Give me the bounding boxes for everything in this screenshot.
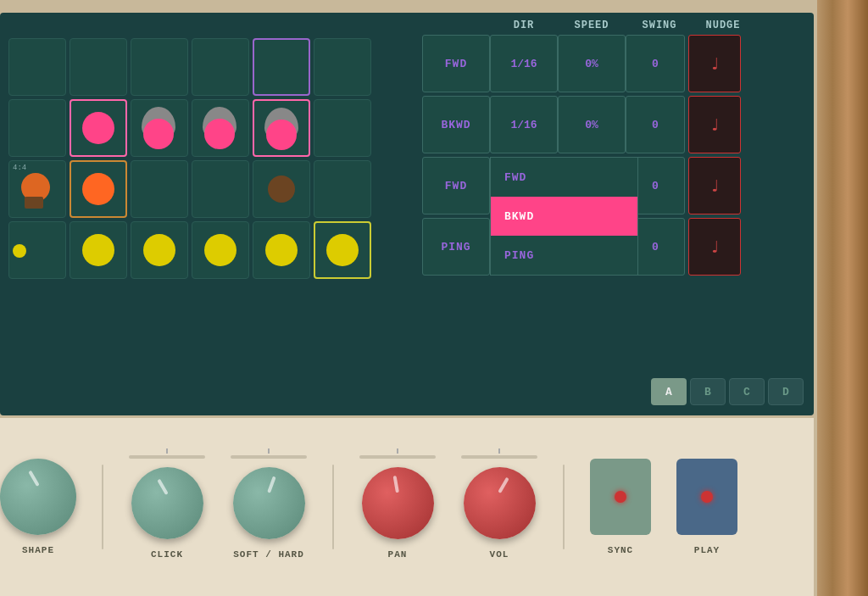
grid-cell[interactable] bbox=[314, 160, 371, 218]
speed-cell-2[interactable]: 1/16 bbox=[490, 96, 558, 153]
separator-3 bbox=[563, 465, 565, 549]
pink-dot-behind bbox=[266, 120, 297, 150]
grid-cell[interactable] bbox=[70, 38, 127, 96]
dir-cell-fwd-2[interactable]: FWD bbox=[422, 157, 490, 214]
grid-row-1 bbox=[8, 38, 407, 96]
table-row-bkwd: BKWD 1/16 0% 0 ♩ bbox=[422, 96, 798, 153]
knob-track bbox=[231, 455, 307, 459]
grid-cell-pink[interactable] bbox=[253, 99, 310, 157]
pink-dot bbox=[82, 112, 114, 144]
sync-led bbox=[615, 491, 626, 503]
grid-cell[interactable] bbox=[314, 38, 371, 96]
abcd-btn-b[interactable]: B bbox=[690, 378, 726, 405]
sync-label: SYNC bbox=[608, 545, 633, 555]
swing-cell[interactable]: 0% bbox=[558, 35, 626, 92]
vol-knob[interactable] bbox=[464, 467, 536, 539]
music-note-icon: ♩ bbox=[709, 175, 720, 197]
grid-cell-pink[interactable] bbox=[70, 99, 127, 157]
note-icon-cell[interactable]: ♩ bbox=[688, 35, 741, 92]
yellow-dot bbox=[204, 234, 236, 266]
knob-track bbox=[129, 455, 205, 459]
grid-cell[interactable] bbox=[131, 38, 188, 96]
play-label: PLAY bbox=[694, 545, 720, 555]
separator-1 bbox=[102, 465, 103, 549]
knob-track bbox=[359, 455, 436, 459]
abcd-buttons: A B C D bbox=[651, 378, 804, 405]
table-row-fwd-2: FWD 0% 0 ♩ FWD BKWD PING bbox=[422, 157, 798, 214]
grid-cell-purple[interactable] bbox=[253, 38, 310, 96]
knob-indicator bbox=[498, 476, 509, 493]
vol-knob-group: VOL bbox=[461, 455, 537, 560]
click-knob[interactable] bbox=[131, 467, 203, 539]
grid-cell[interactable] bbox=[314, 99, 371, 157]
knob-indicator bbox=[267, 476, 276, 493]
abcd-btn-c[interactable]: C bbox=[729, 378, 765, 405]
dir-cell-bkwd[interactable]: BKWD bbox=[422, 96, 490, 153]
nudge-cell-2[interactable]: 0 bbox=[626, 96, 685, 153]
soft-hard-label: SOFT / HARD bbox=[233, 549, 304, 560]
grid-section: 4:4 bbox=[0, 13, 415, 369]
grid-cell[interactable] bbox=[8, 99, 66, 157]
grid-cell[interactable] bbox=[192, 160, 249, 218]
grid-cell-orange-brown[interactable]: 4:4 bbox=[8, 160, 66, 218]
pink-dot-behind bbox=[143, 119, 174, 149]
grid-cell-yellow[interactable] bbox=[70, 221, 127, 279]
grid-cell-yellow[interactable] bbox=[253, 221, 310, 279]
shape-knob[interactable] bbox=[0, 459, 76, 535]
knob-track-line bbox=[166, 448, 168, 454]
soft-hard-knob-group: SOFT / HARD bbox=[231, 455, 307, 560]
abcd-btn-a[interactable]: A bbox=[651, 378, 687, 405]
note-icon-cell-3[interactable]: ♩ bbox=[688, 157, 741, 214]
dropdown-option-fwd[interactable]: FWD bbox=[491, 158, 637, 197]
abcd-btn-d[interactable]: D bbox=[768, 378, 804, 405]
dir-cell-ping[interactable]: PING bbox=[422, 218, 490, 276]
yellow-dot-small bbox=[13, 244, 26, 258]
play-led bbox=[701, 491, 713, 503]
grid-cell[interactable] bbox=[192, 99, 249, 157]
play-button[interactable] bbox=[676, 459, 737, 535]
grid-cell-brown[interactable] bbox=[253, 160, 310, 218]
speed-cell[interactable]: 1/16 bbox=[490, 35, 558, 92]
grid-row-2 bbox=[8, 99, 407, 157]
swing-cell-2[interactable]: 0% bbox=[558, 96, 626, 153]
header-speed: SPEED bbox=[558, 19, 626, 31]
knob-indicator bbox=[157, 478, 168, 494]
nudge-cell[interactable]: 0 bbox=[626, 35, 685, 92]
yellow-dot bbox=[82, 234, 114, 266]
pan-knob[interactable] bbox=[362, 467, 434, 539]
grid-cell-orange[interactable] bbox=[70, 160, 127, 218]
bottom-controls: SHAPE CLICK SOFT / HARD PAN bbox=[0, 418, 814, 596]
pan-label: PAN bbox=[388, 549, 408, 560]
grid-cell[interactable] bbox=[131, 160, 188, 218]
sync-group: SYNC bbox=[590, 459, 651, 555]
grid-cell[interactable] bbox=[8, 38, 66, 96]
shape-knob-group: SHAPE bbox=[0, 459, 76, 555]
soft-hard-knob[interactable] bbox=[233, 467, 305, 539]
music-note-icon: ♩ bbox=[709, 114, 720, 136]
header-swing: SWING bbox=[626, 19, 693, 31]
grid-cell-yellow[interactable] bbox=[192, 221, 249, 279]
sync-button[interactable] bbox=[590, 459, 651, 535]
note-icon-cell-4[interactable]: ♩ bbox=[688, 218, 741, 276]
knob-track bbox=[461, 455, 537, 459]
grid-cell-yellow[interactable] bbox=[131, 221, 188, 279]
grid-cell-yellow-border[interactable] bbox=[314, 221, 371, 279]
dir-cell-fwd[interactable]: FWD bbox=[422, 35, 490, 92]
orange-dot bbox=[82, 173, 114, 205]
grid-row-4 bbox=[8, 221, 407, 279]
yellow-dot bbox=[265, 234, 298, 266]
header-dir: DIR bbox=[490, 19, 558, 31]
vol-label: VOL bbox=[490, 549, 509, 560]
grid-row-3: 4:4 bbox=[8, 160, 407, 218]
pink-dot-behind bbox=[204, 119, 235, 149]
note-icon-cell-2[interactable]: ♩ bbox=[688, 96, 741, 153]
dropdown-option-ping[interactable]: PING bbox=[491, 236, 637, 275]
dropdown-option-bkwd[interactable]: BKWD bbox=[491, 197, 637, 236]
grid-cell[interactable] bbox=[192, 38, 249, 96]
grid-cell-yellow-small[interactable] bbox=[8, 221, 66, 279]
grid-cell[interactable] bbox=[131, 99, 188, 157]
cell-label: 4:4 bbox=[13, 164, 26, 172]
dir-dropdown: FWD BKWD PING bbox=[490, 157, 638, 276]
click-label: CLICK bbox=[151, 549, 183, 560]
wood-panel bbox=[817, 0, 868, 596]
